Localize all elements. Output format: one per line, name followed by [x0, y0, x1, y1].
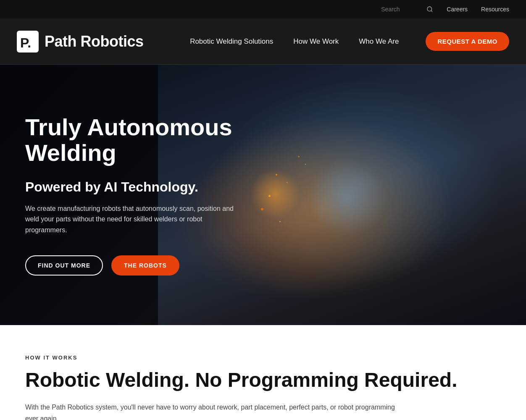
- section-eyebrow: HOW IT WORKS: [25, 354, 501, 361]
- nav-who-we-are[interactable]: Who We Are: [359, 37, 399, 46]
- hero-section: Truly Autonomous Welding Powered by AI T…: [0, 65, 526, 325]
- nav-welding-solutions[interactable]: Robotic Welding Solutions: [190, 37, 273, 46]
- resources-link[interactable]: Resources: [481, 6, 509, 13]
- logo[interactable]: P. Path Robotics: [17, 31, 144, 52]
- section-body: With the Path Robotics system, you'll ne…: [25, 402, 403, 420]
- svg-text:P.: P.: [20, 35, 31, 50]
- careers-link[interactable]: Careers: [447, 6, 468, 13]
- hero-subtitle: Powered by AI Technology.: [25, 179, 269, 195]
- svg-point-0: [427, 7, 432, 11]
- hero-title: Truly Autonomous Welding: [25, 114, 269, 166]
- nav-how-we-work[interactable]: How We Work: [293, 37, 339, 46]
- logo-text: Path Robotics: [45, 33, 144, 50]
- section-heading: Robotic Welding. No Programming Required…: [25, 369, 501, 391]
- main-nav: Robotic Welding Solutions How We Work Wh…: [190, 32, 509, 51]
- svg-line-1: [431, 10, 432, 12]
- search-input[interactable]: [381, 6, 423, 13]
- the-robots-button[interactable]: THE ROBOTS: [111, 255, 179, 276]
- hero-content: Truly Autonomous Welding Powered by AI T…: [0, 114, 294, 276]
- request-demo-button[interactable]: REQUEST A DEMO: [426, 32, 509, 51]
- logo-icon: P.: [17, 31, 39, 52]
- how-it-works-section: HOW IT WORKS Robotic Welding. No Program…: [0, 325, 526, 420]
- find-out-more-button[interactable]: FIND OUT MORE: [25, 255, 103, 276]
- search-icon: [426, 6, 433, 13]
- search-area[interactable]: [381, 6, 433, 13]
- hero-description: We create manufacturing robots that auto…: [25, 203, 244, 236]
- top-utility-bar: Careers Resources: [0, 0, 526, 18]
- main-header: P. Path Robotics Robotic Welding Solutio…: [0, 18, 526, 65]
- welding-smoke: [305, 156, 389, 240]
- hero-buttons: FIND OUT MORE THE ROBOTS: [25, 255, 269, 276]
